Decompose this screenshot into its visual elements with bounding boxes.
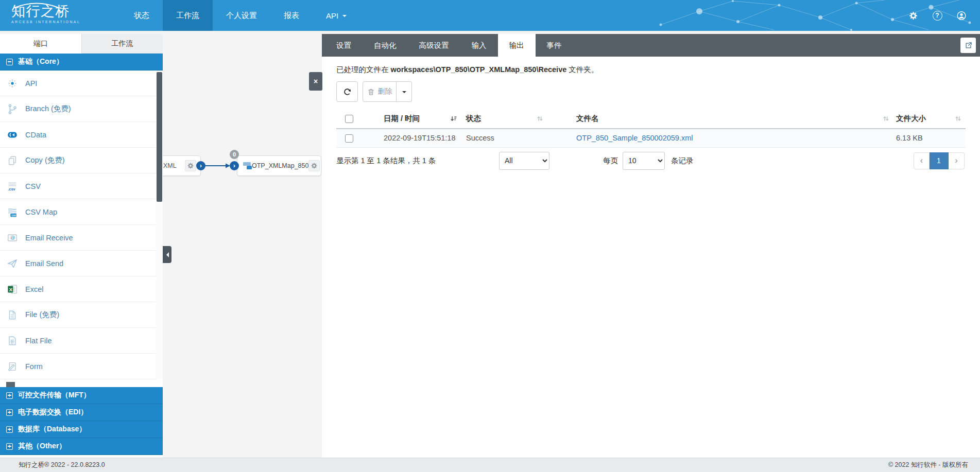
tab-automation[interactable]: 自动化 bbox=[363, 34, 408, 57]
node-label: XML bbox=[163, 162, 177, 169]
workflow-node-otp-xmlmap-850[interactable]: OTP_XMLMap_850 bbox=[237, 155, 321, 176]
settings-gear-icon[interactable] bbox=[908, 10, 918, 21]
description-suffix: 文件夹。 bbox=[566, 65, 598, 74]
open-in-new-window-button[interactable] bbox=[960, 38, 976, 53]
sidebar-tab-ports[interactable]: 端口 bbox=[0, 34, 81, 54]
status-cell: Success bbox=[461, 129, 547, 147]
expand-plus-icon bbox=[6, 409, 13, 416]
excel-icon: X bbox=[5, 283, 19, 295]
section-label: 其他（Other） bbox=[18, 442, 66, 451]
filesize-cell: 6.13 KB bbox=[893, 129, 966, 147]
nav-item-status[interactable]: 状态 bbox=[121, 0, 163, 31]
email-receive-icon: @ bbox=[5, 232, 19, 244]
sidebar-item-label: File (免费) bbox=[25, 310, 59, 320]
delete-dropdown-button[interactable] bbox=[397, 81, 412, 102]
sidebar-item-excel[interactable]: X Excel bbox=[0, 276, 163, 302]
file-link[interactable]: OTP_850_Sample_850002059.xml bbox=[576, 134, 693, 142]
sidebar-item-copy[interactable]: Copy (免费) bbox=[0, 148, 163, 173]
workflow-node-partial[interactable]: XML bbox=[163, 155, 201, 176]
sidebar-item-csv-map[interactable]: csv CSV Map bbox=[0, 199, 163, 225]
select-all-checkbox[interactable] bbox=[345, 115, 353, 123]
chevron-down-icon bbox=[342, 15, 347, 19]
sidebar-scrollbar-track[interactable] bbox=[156, 71, 163, 379]
sidebar-item-flat-file[interactable]: Flat File bbox=[0, 328, 163, 354]
app-logo[interactable]: 知行之桥 ARCESB INTERNATIONAL bbox=[11, 4, 99, 31]
close-panel-button[interactable]: × bbox=[309, 72, 322, 91]
sidebar-item-form[interactable]: Form bbox=[0, 354, 163, 379]
sidebar-tab-workflows[interactable]: 工作流 bbox=[81, 34, 163, 54]
help-glyph: ? bbox=[933, 11, 942, 21]
page-1-button[interactable]: 1 bbox=[930, 152, 949, 169]
collapse-minus-icon bbox=[6, 59, 13, 65]
cdata-icon bbox=[5, 129, 19, 141]
nav-item-reports[interactable]: 报表 bbox=[270, 0, 313, 31]
section-header-mft[interactable]: 可控文件传输（MFT） bbox=[0, 387, 163, 404]
node-settings-gear-icon[interactable] bbox=[308, 160, 320, 171]
sidebar-item-csv[interactable]: .csv CSV bbox=[0, 173, 163, 199]
nav-item-profile-settings[interactable]: 个人设置 bbox=[213, 0, 270, 31]
connector-arrow bbox=[163, 31, 322, 458]
user-account-icon[interactable] bbox=[956, 10, 967, 21]
tab-events[interactable]: 事件 bbox=[536, 34, 573, 57]
filename-cell: OTP_850_Sample_850002059.xml bbox=[547, 129, 893, 147]
section-label: 电子数据交换（EDI） bbox=[18, 408, 88, 417]
pagination: ‹ 1 › bbox=[914, 152, 965, 169]
output-port[interactable]: › bbox=[196, 161, 205, 170]
sidebar-item-label: CData bbox=[25, 131, 46, 139]
svg-text:.csv: .csv bbox=[8, 186, 15, 191]
svg-text:X: X bbox=[9, 286, 12, 292]
receive-folder-path: workspaces\OTP_850\OTP_XMLMap_850\Receiv… bbox=[391, 65, 567, 74]
sidebar-item-api[interactable]: API bbox=[0, 71, 163, 96]
section-header-database[interactable]: 数据库（Database） bbox=[0, 421, 163, 438]
column-header-filesize[interactable]: 文件大小 bbox=[893, 109, 966, 129]
sidebar-item-email-send[interactable]: Email Send bbox=[0, 251, 163, 276]
output-files-table: 日期 / 时间 状态 bbox=[336, 109, 966, 148]
prev-page-button[interactable]: ‹ bbox=[914, 152, 930, 169]
column-header-datetime[interactable]: 日期 / 时间 bbox=[371, 109, 461, 129]
status-filter-select[interactable]: All bbox=[499, 152, 549, 170]
main-nav: 状态 工作流 个人设置 报表 API bbox=[121, 0, 360, 31]
sidebar-item-branch[interactable]: Branch (免费) bbox=[0, 96, 163, 122]
connector-list: API Branch (免费) CData bbox=[0, 71, 163, 379]
section-label: 数据库（Database） bbox=[18, 425, 86, 434]
sidebar-collapse-handle[interactable] bbox=[163, 246, 171, 263]
sidebar-item-cdata[interactable]: CData bbox=[0, 122, 163, 148]
refresh-button[interactable] bbox=[336, 81, 358, 102]
section-header-edi[interactable]: 电子数据交换（EDI） bbox=[0, 404, 163, 421]
section-header-other[interactable]: 其他（Other） bbox=[0, 438, 163, 455]
per-page-label: 每页 bbox=[603, 156, 618, 166]
sidebar-item-email-receive[interactable]: @ Email Receive bbox=[0, 225, 163, 251]
nav-item-label: 状态 bbox=[134, 11, 149, 21]
sidebar-scrollbar-thumb[interactable] bbox=[157, 72, 162, 202]
node-settings-gear-icon[interactable] bbox=[185, 160, 196, 171]
input-port[interactable]: › bbox=[230, 161, 239, 170]
tab-output[interactable]: 输出 bbox=[498, 34, 536, 57]
nav-item-api-menu[interactable]: API bbox=[313, 0, 360, 31]
tab-advanced-settings[interactable]: 高级设置 bbox=[408, 34, 460, 57]
column-header-filename[interactable]: 文件名 bbox=[547, 109, 893, 129]
tab-settings[interactable]: 设置 bbox=[325, 34, 363, 57]
tab-input[interactable]: 输入 bbox=[460, 34, 498, 57]
sidebar-item-file[interactable]: File (免费) bbox=[0, 302, 163, 328]
queue-count-badge: 0 bbox=[230, 150, 239, 159]
output-toolbar: 删除 bbox=[336, 81, 966, 102]
column-header-status[interactable]: 状态 bbox=[461, 109, 547, 129]
table-row: 2022-09-19T15:51:18 Success OTP_850_Samp… bbox=[336, 129, 966, 147]
row-checkbox[interactable] bbox=[345, 134, 353, 143]
expand-plus-icon bbox=[6, 392, 13, 399]
copy-icon bbox=[5, 154, 19, 167]
sidebar-item-label: API bbox=[25, 79, 37, 88]
column-label: 文件大小 bbox=[896, 114, 926, 124]
next-page-button[interactable]: › bbox=[949, 152, 965, 169]
nav-item-workflow[interactable]: 工作流 bbox=[163, 0, 213, 31]
per-page-select[interactable]: 10 bbox=[623, 152, 665, 170]
section-header-core[interactable]: 基础（Core） bbox=[0, 54, 163, 71]
workflow-canvas[interactable]: XML › 0 OTP_XMLMap_850 › bbox=[163, 31, 322, 458]
form-icon bbox=[5, 360, 19, 373]
help-icon[interactable]: ? bbox=[932, 10, 942, 21]
per-page-suffix: 条记录 bbox=[671, 156, 694, 166]
top-navbar: 知行之桥 ARCESB INTERNATIONAL 状态 工作流 个人设置 报表… bbox=[0, 0, 980, 31]
sort-desc-icon bbox=[450, 115, 457, 122]
delete-button[interactable]: 删除 bbox=[363, 81, 397, 102]
app-window: 知行之桥 ARCESB INTERNATIONAL 状态 工作流 个人设置 报表… bbox=[0, 0, 980, 472]
